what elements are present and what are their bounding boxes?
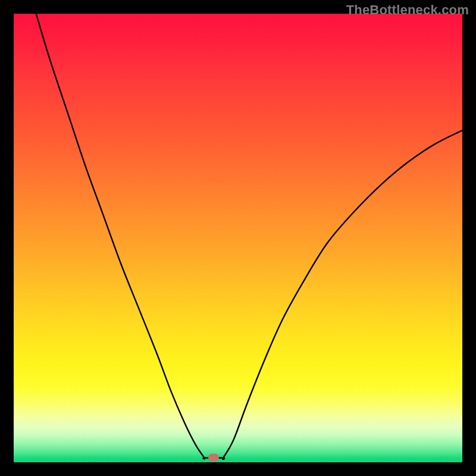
plot-area (14, 14, 462, 462)
optimal-point-marker (208, 454, 219, 462)
chart-container: TheBottleneck.com (0, 0, 476, 476)
curve-layer (14, 14, 462, 462)
watermark-text: TheBottleneck.com (346, 2, 469, 18)
bottleneck-curve (36, 14, 462, 459)
